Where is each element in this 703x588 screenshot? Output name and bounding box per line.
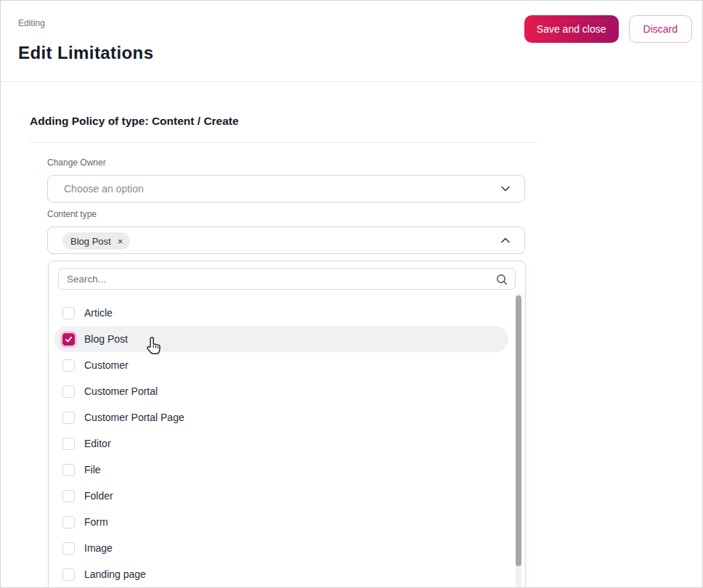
content-type-option[interactable]: Article (54, 300, 508, 326)
option-label: File (84, 464, 101, 475)
save-and-close-button[interactable]: Save and close (524, 15, 619, 43)
search-icon (495, 273, 508, 286)
content-type-option[interactable]: Customer (54, 352, 508, 378)
content-type-option[interactable]: Form (54, 509, 508, 535)
edit-limitations-page: Editing Edit Limitations Save and close … (0, 0, 703, 588)
content-type-option[interactable]: Image (54, 535, 508, 561)
option-checkbox[interactable] (62, 307, 75, 319)
content-type-option[interactable]: Editor (54, 430, 508, 457)
content-type-option[interactable]: Folder (54, 483, 508, 509)
option-label: Form (84, 516, 108, 528)
policy-section-heading: Adding Policy of type: Content / Create (30, 115, 239, 128)
change-owner-label: Change Owner (47, 158, 106, 168)
option-label: Article (84, 307, 113, 319)
scrollbar-thumb[interactable] (516, 295, 521, 566)
content-type-label: Content type (47, 209, 97, 219)
option-checkbox[interactable] (62, 438, 75, 450)
content-type-dropdown-panel: Article Blog Post Customer Customer Port… (48, 261, 526, 588)
selected-content-type-chip[interactable]: Blog Post × (62, 232, 130, 250)
content-type-option[interactable]: File (54, 457, 508, 483)
content-type-option-list: Article Blog Post Customer Customer Port… (49, 300, 525, 587)
search-input[interactable] (59, 269, 515, 289)
chevron-down-icon (500, 183, 511, 195)
option-checkbox[interactable] (62, 359, 75, 372)
option-checkbox[interactable] (62, 412, 75, 424)
option-checkbox[interactable] (62, 516, 75, 528)
option-label: Folder (84, 490, 113, 502)
chip-remove-icon[interactable]: × (118, 237, 123, 246)
option-label: Customer Portal Page (84, 412, 184, 423)
change-owner-select[interactable]: Choose an option (47, 175, 525, 203)
page-header: Editing Edit Limitations Save and close … (1, 1, 702, 82)
editing-status-label: Editing (18, 18, 45, 28)
content-type-option[interactable]: Landing page (54, 561, 508, 587)
option-label: Editor (84, 438, 111, 449)
chip-label: Blog Post (70, 236, 111, 247)
option-checkbox[interactable] (62, 568, 75, 581)
option-label: Customer (84, 359, 129, 371)
page-title: Edit Limitations (18, 43, 153, 63)
option-checkbox[interactable] (62, 385, 75, 398)
change-owner-placeholder: Choose an option (64, 176, 144, 202)
option-checkbox[interactable] (62, 333, 75, 346)
section-divider (30, 142, 537, 143)
option-label: Customer Portal (84, 385, 158, 397)
content-type-option[interactable]: Customer Portal Page (54, 404, 508, 430)
discard-button[interactable]: Discard (629, 15, 692, 43)
option-checkbox[interactable] (62, 464, 75, 476)
option-checkbox[interactable] (62, 490, 75, 502)
option-label: Blog Post (84, 333, 128, 345)
option-label: Image (84, 542, 113, 554)
option-label: Landing page (84, 568, 146, 580)
content-type-select[interactable]: Blog Post × (47, 226, 525, 254)
content-type-option[interactable]: Customer Portal (54, 378, 508, 404)
search-field (58, 268, 516, 290)
content-type-option[interactable]: Blog Post (54, 326, 508, 352)
option-checkbox[interactable] (62, 542, 75, 555)
chevron-up-icon (500, 234, 511, 246)
header-actions: Save and close Discard (524, 15, 692, 43)
